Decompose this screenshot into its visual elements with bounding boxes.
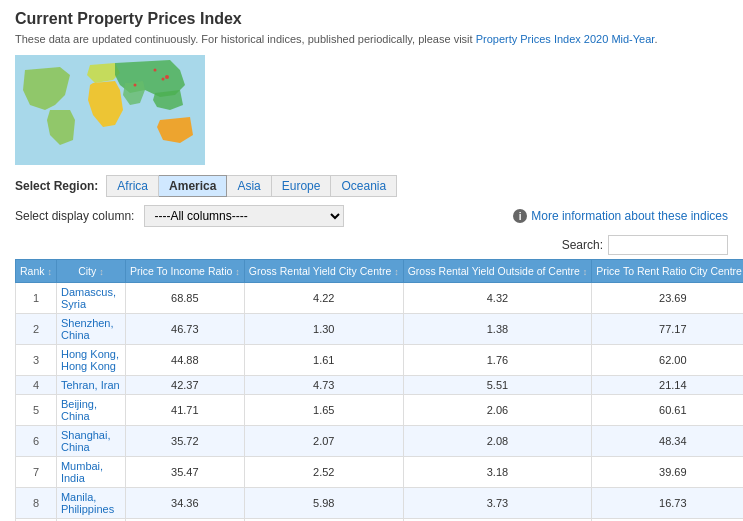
table-row: 3 Hong Kong, Hong Kong 44.88 1.61 1.76 6…: [16, 345, 744, 376]
cell-rank: 7: [16, 457, 57, 488]
cell-rank: 4: [16, 376, 57, 395]
cell-gross-city: 1.30: [244, 314, 403, 345]
cell-city[interactable]: Damascus, Syria: [56, 283, 125, 314]
table-header-row: Rank ↕ City ↕ Price To Income Ratio ↕ Gr…: [16, 260, 744, 283]
cell-city[interactable]: Hong Kong, Hong Kong: [56, 345, 125, 376]
tab-oceania[interactable]: Oceania: [331, 175, 397, 197]
region-label: Select Region:: [15, 179, 98, 193]
world-map: [15, 55, 205, 165]
svg-point-4: [134, 84, 137, 87]
cell-rank: 6: [16, 426, 57, 457]
cell-city[interactable]: Shenzhen, China: [56, 314, 125, 345]
col-gross-city[interactable]: Gross Rental Yield City Centre ↕: [244, 260, 403, 283]
cell-price-income: 68.85: [125, 283, 244, 314]
cell-rent-city: 60.61: [592, 395, 743, 426]
cell-city[interactable]: Shanghai, China: [56, 426, 125, 457]
cell-rank: 2: [16, 314, 57, 345]
svg-point-2: [162, 78, 165, 81]
cell-city[interactable]: Tehran, Iran: [56, 376, 125, 395]
cell-city[interactable]: Beijing, China: [56, 395, 125, 426]
cell-city[interactable]: Manila, Philippines: [56, 488, 125, 519]
cell-gross-outside: 2.08: [403, 426, 592, 457]
cell-gross-outside: 3.73: [403, 488, 592, 519]
cell-price-income: 35.72: [125, 426, 244, 457]
search-row: Search:: [15, 235, 728, 255]
table-row: 2 Shenzhen, China 46.73 1.30 1.38 77.17 …: [16, 314, 744, 345]
display-column-select[interactable]: ----All columns----: [144, 205, 344, 227]
tab-europe[interactable]: Europe: [272, 175, 332, 197]
info-icon: i: [513, 209, 527, 223]
table-row: 4 Tehran, Iran 42.37 4.73 5.51 21.14 18.…: [16, 376, 744, 395]
cell-price-income: 34.36: [125, 488, 244, 519]
cell-gross-city: 2.07: [244, 426, 403, 457]
display-column-label: Select display column:: [15, 209, 134, 223]
cell-gross-outside: 2.06: [403, 395, 592, 426]
cell-gross-city: 1.65: [244, 395, 403, 426]
table-row: 5 Beijing, China 41.71 1.65 2.06 60.61 4…: [16, 395, 744, 426]
cell-gross-outside: 3.18: [403, 457, 592, 488]
cell-rent-city: 23.69: [592, 283, 743, 314]
search-input[interactable]: [608, 235, 728, 255]
svg-point-3: [154, 69, 157, 72]
display-row: Select display column: ----All columns--…: [15, 205, 728, 227]
table-row: 8 Manila, Philippines 34.36 5.98 3.73 16…: [16, 488, 744, 519]
cell-rank: 3: [16, 345, 57, 376]
subtitle: These data are updated continuously. For…: [15, 33, 728, 45]
sort-rank: ↕: [47, 267, 52, 277]
cell-rank: 8: [16, 488, 57, 519]
cell-gross-outside: 5.51: [403, 376, 592, 395]
region-tabs: Select Region: AfricaAmericaAsiaEuropeOc…: [15, 175, 728, 197]
cell-gross-city: 4.22: [244, 283, 403, 314]
col-rank[interactable]: Rank ↕: [16, 260, 57, 283]
cell-price-income: 35.47: [125, 457, 244, 488]
cell-rank: 1: [16, 283, 57, 314]
page-title: Current Property Prices Index: [15, 10, 728, 28]
cell-price-income: 41.71: [125, 395, 244, 426]
col-gross-outside[interactable]: Gross Rental Yield Outside of Centre ↕: [403, 260, 592, 283]
cell-rent-city: 62.00: [592, 345, 743, 376]
cell-gross-outside: 1.38: [403, 314, 592, 345]
cell-price-income: 44.88: [125, 345, 244, 376]
table-row: 7 Mumbai, India 35.47 2.52 3.18 39.69 31…: [16, 457, 744, 488]
cell-rent-city: 48.34: [592, 426, 743, 457]
cell-rent-city: 21.14: [592, 376, 743, 395]
col-rent-city[interactable]: Price To Rent Ratio City Centre ↕: [592, 260, 743, 283]
tab-africa[interactable]: Africa: [106, 175, 159, 197]
more-info-text: More information about these indices: [531, 209, 728, 223]
cell-gross-city: 5.98: [244, 488, 403, 519]
cell-rent-city: 77.17: [592, 314, 743, 345]
cell-price-income: 42.37: [125, 376, 244, 395]
svg-point-1: [165, 75, 169, 79]
col-price-income[interactable]: Price To Income Ratio ↕: [125, 260, 244, 283]
cell-gross-city: 2.52: [244, 457, 403, 488]
cell-rank: 5: [16, 395, 57, 426]
cell-price-income: 46.73: [125, 314, 244, 345]
table-row: 1 Damascus, Syria 68.85 4.22 4.32 23.69 …: [16, 283, 744, 314]
table-row: 6 Shanghai, China 35.72 2.07 2.08 48.34 …: [16, 426, 744, 457]
tab-america[interactable]: America: [159, 175, 227, 197]
cell-city[interactable]: Mumbai, India: [56, 457, 125, 488]
historical-link[interactable]: Property Prices Index 2020 Mid-Year: [476, 33, 655, 45]
cell-gross-outside: 1.76: [403, 345, 592, 376]
search-label: Search:: [562, 238, 603, 252]
cell-rent-city: 39.69: [592, 457, 743, 488]
more-info[interactable]: i More information about these indices: [513, 209, 728, 223]
cell-gross-city: 1.61: [244, 345, 403, 376]
property-table: Rank ↕ City ↕ Price To Income Ratio ↕ Gr…: [15, 259, 743, 521]
cell-gross-outside: 4.32: [403, 283, 592, 314]
cell-gross-city: 4.73: [244, 376, 403, 395]
cell-rent-city: 16.73: [592, 488, 743, 519]
col-city[interactable]: City ↕: [56, 260, 125, 283]
tab-asia[interactable]: Asia: [227, 175, 271, 197]
